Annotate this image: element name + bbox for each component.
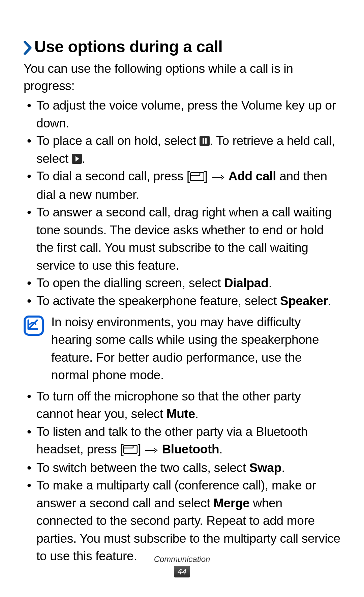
- page-number-badge: 44: [174, 566, 190, 577]
- bullet-volume: To adjust the voice volume, press the Vo…: [24, 97, 340, 132]
- text-bold: Swap: [249, 461, 281, 475]
- note-icon: [24, 316, 44, 337]
- chevron-icon: [24, 41, 32, 55]
- text: To activate the speakerphone feature, se…: [36, 294, 280, 308]
- text: ]: [204, 169, 211, 183]
- text: .: [195, 407, 199, 421]
- bullet-speaker: To activate the speakerphone feature, se…: [24, 292, 340, 310]
- manual-page: Use options during a call You can use th…: [0, 0, 364, 597]
- page-footer: Communication 44: [0, 555, 364, 577]
- text: .: [219, 442, 222, 456]
- text: .: [328, 294, 331, 308]
- play-icon: [72, 154, 82, 164]
- section-heading: Use options during a call: [24, 37, 340, 57]
- pause-icon: [200, 136, 210, 146]
- note-block: In noisy environments, you may have diff…: [24, 314, 340, 384]
- text: .: [82, 152, 85, 166]
- bullet-swap: To switch between the two calls, select …: [24, 459, 340, 477]
- bullet-second-call: To dial a second call, press [ ] Add cal…: [24, 168, 340, 204]
- text-bold: Merge: [213, 496, 249, 510]
- menu-key-icon: [190, 172, 204, 181]
- bullet-merge: To make a multiparty call (conference ca…: [24, 477, 340, 565]
- heading-text: Use options during a call: [34, 38, 222, 56]
- svg-rect-0: [200, 136, 210, 146]
- text-bold: Dialpad: [224, 276, 269, 290]
- svg-rect-8: [25, 317, 43, 335]
- options-list-2: To turn off the microphone so that the o…: [24, 388, 340, 565]
- note-text: In noisy environments, you may have diff…: [51, 314, 340, 384]
- text: ]: [138, 442, 144, 456]
- text: To open the dialling screen, select: [36, 276, 224, 290]
- bullet-dialpad: To open the dialling screen, select Dial…: [24, 274, 340, 292]
- text: To place a call on hold, select: [36, 134, 200, 148]
- intro-text: You can use the following options while …: [24, 60, 340, 95]
- bullet-answer-second: To answer a second call, drag right when…: [24, 204, 340, 274]
- text: To answer a second call, drag right when…: [36, 205, 332, 272]
- arrow-icon: [212, 168, 224, 185]
- options-list-1: To adjust the voice volume, press the Vo…: [24, 97, 340, 310]
- text-bold: Add call: [229, 169, 276, 183]
- arrow-icon: [145, 441, 158, 458]
- text: To switch between the two calls, select: [36, 461, 249, 475]
- menu-key-icon: [123, 445, 138, 454]
- text: To dial a second call, press [: [36, 169, 190, 183]
- text: To adjust the voice volume, press the Vo…: [36, 98, 336, 130]
- svg-rect-1: [203, 138, 204, 144]
- svg-rect-9: [124, 445, 137, 453]
- text-bold: Bluetooth: [162, 442, 219, 456]
- text: .: [268, 276, 272, 290]
- svg-rect-4: [190, 173, 204, 181]
- footer-section-label: Communication: [0, 555, 364, 564]
- text-bold: Mute: [166, 407, 195, 421]
- bullet-mute: To turn off the microphone so that the o…: [24, 388, 340, 423]
- bullet-hold: To place a call on hold, select . To ret…: [24, 132, 340, 168]
- text-bold: Speaker: [280, 294, 328, 308]
- text: .: [281, 461, 285, 475]
- svg-rect-2: [205, 138, 207, 144]
- bullet-bluetooth: To listen and talk to the other party vi…: [24, 423, 340, 459]
